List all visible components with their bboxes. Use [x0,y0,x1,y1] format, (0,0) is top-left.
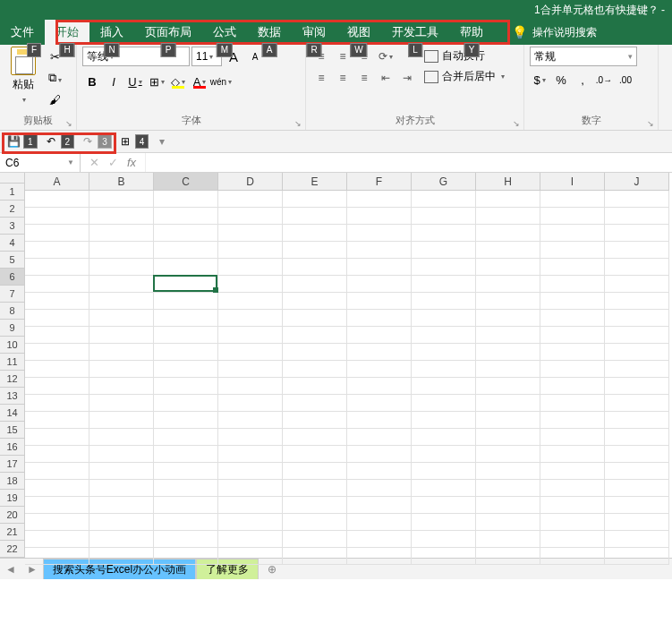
cell[interactable] [605,361,669,378]
name-box[interactable]: C6▼ [0,153,81,172]
cell[interactable] [540,412,605,429]
menu-data[interactable]: 数据A [247,20,292,45]
cell[interactable] [540,242,605,259]
cell[interactable] [605,480,669,497]
col-header[interactable]: D [218,173,283,191]
cell[interactable] [476,293,540,310]
row-header[interactable]: 12 [0,371,25,388]
cell[interactable] [347,497,412,514]
cell[interactable] [283,497,347,514]
cell[interactable] [218,378,283,395]
row-header[interactable]: 18 [0,473,25,490]
row-header[interactable]: 9 [0,320,25,337]
name-box-arrow[interactable]: ▼ [67,158,74,167]
font-launcher[interactable]: ↘ [294,119,302,128]
cell[interactable] [25,429,89,446]
cell[interactable] [283,412,347,429]
cell[interactable] [347,276,412,293]
cell[interactable] [476,242,540,259]
cell[interactable] [412,463,476,480]
number-format-select[interactable]: 常规▾ [530,47,637,66]
cell[interactable] [476,344,540,361]
cell[interactable] [89,480,154,497]
align-launcher[interactable]: ↘ [513,119,520,128]
cell[interactable] [412,497,476,514]
row-header[interactable]: 16 [0,439,25,456]
row-header[interactable]: 20 [0,507,25,524]
cell[interactable] [412,310,476,327]
cell[interactable] [218,395,283,412]
select-all-corner[interactable] [0,173,25,184]
cell[interactable] [476,463,540,480]
col-header[interactable]: C [154,173,218,191]
qat-customize-icon[interactable]: ▾ [154,134,170,149]
row-header[interactable]: 7 [0,286,25,303]
cell[interactable] [476,480,540,497]
cell[interactable] [476,327,540,344]
cell[interactable] [347,327,412,344]
cell[interactable] [476,361,540,378]
cell[interactable] [218,480,283,497]
row-header[interactable]: 6 [0,269,25,286]
row-header[interactable]: 19 [0,490,25,507]
border-button[interactable]: ⊞ [147,72,166,91]
cell[interactable] [25,378,89,395]
clipboard-launcher[interactable]: ↘ [65,119,72,128]
cell[interactable] [476,208,540,225]
cell[interactable] [605,327,669,344]
cell[interactable] [218,531,283,548]
row-header[interactable]: 13 [0,388,25,405]
cell[interactable] [412,293,476,310]
comma-button[interactable]: , [573,70,592,90]
col-header[interactable]: B [89,173,154,191]
phonetic-button[interactable]: wén [211,72,231,91]
cell[interactable] [25,310,89,327]
increase-decimal-button[interactable]: .0→ [594,70,614,90]
cell[interactable] [154,310,218,327]
orientation-button[interactable]: ⟳ [376,47,396,66]
cell[interactable] [540,463,605,480]
cell[interactable] [154,480,218,497]
cell[interactable] [412,446,476,463]
cell[interactable] [347,531,412,548]
cell[interactable] [25,412,89,429]
cell[interactable] [605,259,669,276]
cell[interactable] [218,225,283,242]
cell[interactable] [347,344,412,361]
cell[interactable] [218,429,283,446]
cell[interactable] [412,225,476,242]
cell[interactable] [218,463,283,480]
cell[interactable] [605,293,669,310]
col-header[interactable]: F [347,173,412,191]
cell[interactable] [283,378,347,395]
row-header[interactable]: 14 [0,405,25,422]
menu-dev[interactable]: 开发工具L [381,20,449,45]
col-header[interactable]: A [25,173,89,191]
align-left-button[interactable]: ≡ [311,68,331,88]
cell[interactable] [283,480,347,497]
cell[interactable] [347,412,412,429]
cell[interactable] [347,378,412,395]
cell[interactable] [89,276,154,293]
cell[interactable] [412,327,476,344]
cell[interactable] [605,395,669,412]
cell[interactable] [283,395,347,412]
cell[interactable] [154,514,218,531]
cell[interactable] [154,548,218,565]
row-header[interactable]: 15 [0,422,25,439]
cell[interactable] [605,225,669,242]
row-header[interactable]: 2 [0,201,25,218]
cell[interactable] [283,344,347,361]
cell[interactable] [476,548,540,565]
menu-formulas[interactable]: 公式M [202,20,247,45]
cell[interactable] [283,463,347,480]
cell[interactable] [412,344,476,361]
cell[interactable] [540,327,605,344]
cell[interactable] [154,344,218,361]
row-header[interactable]: 4 [0,235,25,252]
fx-icon[interactable]: fx [127,156,136,169]
cell[interactable] [89,497,154,514]
cell[interactable] [283,531,347,548]
cell[interactable] [25,225,89,242]
cell[interactable] [154,242,218,259]
